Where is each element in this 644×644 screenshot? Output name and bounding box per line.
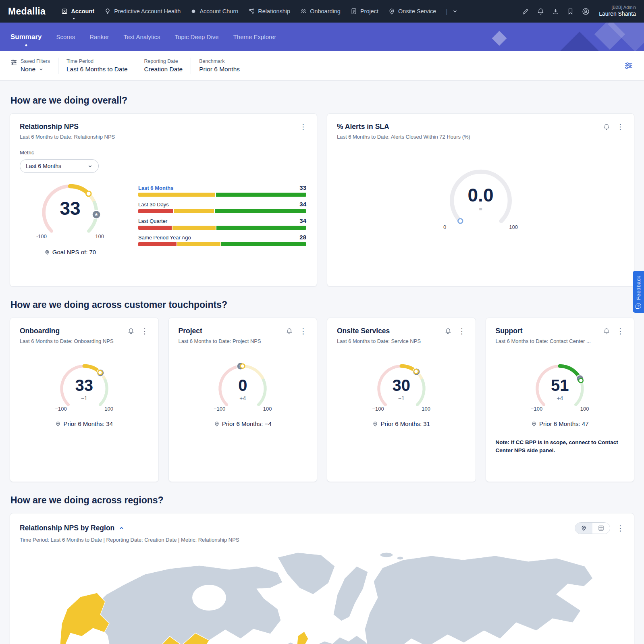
nav-item-label: Account (71, 8, 94, 15)
map-view-button[interactable] (575, 523, 592, 534)
user-avatar-icon[interactable] (582, 7, 590, 16)
bookmark-icon[interactable] (567, 8, 574, 15)
nav-item-project[interactable]: Project (350, 8, 378, 15)
goal-text: Goal NPS of: 70 (52, 249, 96, 256)
bar-segment-green (216, 193, 306, 197)
reporting-date-group[interactable]: Reporting Date Creation Date (144, 58, 183, 73)
nav-item-label: Relationship (258, 8, 290, 15)
section-heading-touchpoints: How are we doing across customer touchpo… (10, 299, 634, 310)
table-view-button[interactable] (592, 523, 610, 534)
bar-segment-red (138, 242, 177, 246)
circle-icon (190, 8, 197, 15)
benchmark-text: Prior 6 Months: 34 (63, 420, 113, 427)
saved-filters-group: Saved Filters None (10, 58, 50, 73)
bar-row-last-30-days[interactable]: Last 30 Days 34 (138, 201, 306, 213)
tab-topic-deep-dive[interactable]: Topic Deep Dive (175, 33, 218, 40)
nav-separator: | (446, 8, 447, 15)
nav-item-label: Onsite Service (398, 8, 436, 15)
chevron-up-icon (118, 525, 125, 531)
tab-theme-explorer[interactable]: Theme Explorer (233, 33, 276, 40)
gauge-min-label: −100 (55, 406, 67, 412)
edit-pencil-icon[interactable] (522, 8, 530, 15)
nav-item-account-churn[interactable]: Account Churn (190, 8, 238, 15)
gauge-max-label: 100 (580, 406, 589, 412)
bell-icon[interactable] (603, 328, 610, 335)
support-card: Support ⋮ Last 6 Months to Date: Contact… (486, 318, 635, 482)
nav-item-onboarding[interactable]: Onboarding (300, 8, 341, 15)
benchmark-group[interactable]: Benchmark Prior 6 Months (199, 58, 240, 73)
bar-segment-yellow (174, 209, 214, 213)
card-title: Onsite Services (337, 327, 390, 335)
notifications-bell-icon[interactable] (537, 8, 544, 15)
tab-ranker[interactable]: Ranker (89, 33, 109, 40)
people-icon (300, 8, 307, 15)
decorative-diamond (492, 31, 507, 46)
benchmark-text: Prior 6 Months: −4 (222, 420, 272, 427)
account-icon (61, 8, 68, 15)
benchmark-text: Prior 6 Months: 31 (380, 420, 430, 427)
section-heading-regions: How are we doing across regions? (10, 495, 634, 506)
user-info[interactable]: [B2B] Admin Lauren Shanta (599, 5, 636, 17)
world-map[interactable] (20, 549, 624, 644)
filter-bar: Saved Filters None Time Period Last 6 Mo… (0, 51, 644, 81)
network-icon (248, 8, 255, 15)
kebab-menu-icon[interactable]: ⋮ (617, 327, 624, 335)
download-icon[interactable] (552, 8, 559, 15)
project-card: Project ⋮ Last 6 Months to Date: Project… (168, 318, 318, 482)
onsite-services-gauge: ★ 30 −1 −100 100 (367, 359, 436, 417)
metric-dropdown-value: Last 6 Months (26, 163, 61, 169)
map-pin-icon (581, 525, 587, 531)
bar-segment-yellow (138, 193, 215, 197)
kebab-menu-icon[interactable]: ⋮ (299, 327, 307, 335)
nav-item-predictive-account-health[interactable]: Predictive Account Health (104, 8, 181, 15)
document-icon (350, 8, 357, 15)
nav-item-relationship[interactable]: Relationship (248, 8, 290, 15)
bar-row-last-6-months[interactable]: Last 6 Months 33 (138, 184, 306, 197)
active-indicator-dot (73, 18, 75, 19)
saved-filters-icon (10, 59, 17, 66)
kebab-menu-icon[interactable]: ⋮ (617, 123, 624, 131)
medallia-logo: Medallia (8, 6, 46, 17)
feedback-label: Feedback (636, 276, 642, 300)
kebab-menu-icon[interactable]: ⋮ (617, 524, 624, 532)
nps-trend-bars: Last 6 Months 33 Last 30 Days 34 (120, 184, 307, 250)
bell-icon[interactable] (445, 328, 452, 335)
tab-text-analytics[interactable]: Text Analytics (124, 33, 160, 40)
bar-value: 33 (299, 184, 306, 191)
bell-icon[interactable] (286, 328, 293, 335)
gauge-max-label: 100 (509, 224, 518, 230)
chevron-down-icon[interactable] (452, 8, 458, 14)
gauge-max-label: 100 (95, 233, 104, 239)
kebab-menu-icon[interactable]: ⋮ (299, 123, 307, 131)
saved-filters-dropdown[interactable]: None (21, 66, 50, 73)
filter-settings-icon[interactable] (624, 61, 634, 71)
bar-segment-green (216, 226, 306, 230)
divider (191, 58, 191, 74)
onboarding-card: Onboarding ⋮ Last 6 Months to Date: Onbo… (10, 318, 159, 482)
feedback-tab[interactable]: Feedback ? (633, 271, 644, 313)
dashboard-tabs-bar: Summary Scores Ranker Text Analytics Top… (0, 23, 644, 51)
chevron-down-icon (39, 67, 44, 72)
card-subtitle: Last 6 Months to Date: Onboarding NPS (20, 338, 149, 344)
kebab-menu-icon[interactable]: ⋮ (458, 327, 466, 335)
bell-icon[interactable] (127, 328, 135, 335)
metric-dropdown[interactable]: Last 6 Months (20, 159, 99, 173)
kebab-menu-icon[interactable]: ⋮ (141, 327, 149, 335)
benchmark-label: Benchmark (199, 58, 240, 64)
bar-row-same-period-year-ago[interactable]: Same Period Year Ago 28 (138, 234, 306, 246)
region-card-title-toggle[interactable]: Relationship NPS by Region (20, 524, 125, 532)
gauge-min-label: -100 (36, 233, 47, 239)
time-period-group[interactable]: Time Period Last 6 Months to Date (66, 58, 128, 73)
gauge-min-label: −100 (531, 406, 542, 412)
tab-scores[interactable]: Scores (56, 33, 75, 40)
tab-summary[interactable]: Summary (10, 33, 42, 41)
nav-item-account[interactable]: Account (61, 8, 94, 15)
nav-item-label: Project (360, 8, 378, 15)
nav-item-onsite-service[interactable]: Onsite Service (388, 8, 436, 15)
reporting-date-label: Reporting Date (144, 58, 183, 64)
benchmark-value: Prior 6 Months (199, 66, 240, 73)
bar-row-last-quarter[interactable]: Last Quarter 34 (138, 217, 306, 230)
bell-icon[interactable] (603, 123, 610, 131)
bar-segment-green (221, 242, 306, 246)
active-tab-dot (25, 44, 27, 46)
